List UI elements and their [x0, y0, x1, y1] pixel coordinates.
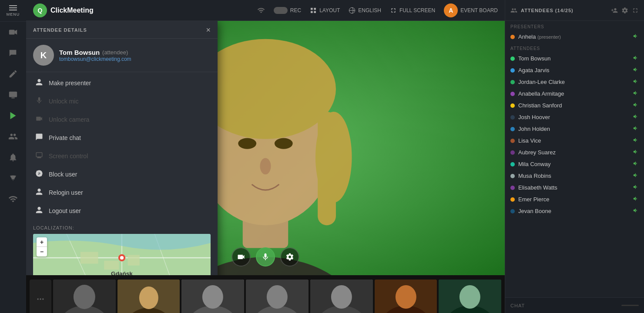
main-content: Q ClickMeeting REC LAYOUT ENGLISH FULL [26, 0, 505, 313]
svg-rect-3 [11, 97, 14, 98]
app-name: ClickMeeting [50, 7, 94, 14]
attendee-row[interactable]: Emer Pierce [505, 193, 644, 205]
user-avatar: A [444, 3, 458, 17]
language-label: ENGLISH [358, 7, 381, 13]
sidebar-icon-users[interactable] [3, 127, 23, 146]
attendee-name: Elisabeth Watts [518, 184, 629, 191]
sidebar-icon-screen[interactable] [3, 85, 23, 104]
attendee-row[interactable]: Elisabeth Watts [505, 182, 644, 193]
attendee-row[interactable]: Jevan Boone [505, 205, 644, 217]
attendee-info: K Tom Bowsun (attendee) tombowsun@clickm… [26, 39, 218, 72]
sidebar-icon-draw[interactable] [3, 64, 23, 83]
presenter-row[interactable]: Anhela (presenter) [505, 31, 644, 43]
sidebar-icon-wifi[interactable] [3, 190, 23, 209]
attendee-speaker-icon [633, 172, 639, 180]
svg-point-21 [275, 138, 293, 149]
sidebar-icon-alert[interactable] [3, 148, 23, 167]
menu-item-logout-user[interactable]: Logout user [26, 202, 218, 220]
rec-label: REC [290, 7, 301, 13]
thumbnail-2[interactable] [117, 280, 180, 313]
attendee-row[interactable]: Christian Sanford [505, 100, 644, 111]
attendee-name: Emer Pierce [518, 196, 629, 203]
attendee-name: Jevan Boone [518, 208, 629, 214]
attendee-row[interactable]: Aubrey Suarez [505, 147, 644, 158]
logo-icon: Q [33, 3, 47, 17]
more-thumbnails-button[interactable] [30, 280, 51, 313]
svg-rect-8 [314, 11, 316, 13]
attendee-speaker-icon [633, 102, 639, 109]
toggle-switch[interactable] [274, 7, 288, 14]
sidebar-icon-video[interactable] [3, 23, 23, 42]
mic-toggle-button[interactable] [256, 247, 275, 266]
map-background: Gdańsk Bazylika Mariacka [33, 234, 211, 275]
attendee-dot [510, 197, 515, 202]
attendee-dot [510, 139, 515, 143]
thumbnail-7[interactable] [439, 280, 501, 313]
event-board-label: EVENT BOARD [460, 7, 498, 13]
block-user-label: Block user [49, 171, 77, 178]
svg-rect-19 [318, 112, 336, 225]
add-attendee-icon[interactable] [611, 7, 618, 14]
attendee-speaker-icon [633, 125, 639, 133]
chat-label: CHAT [510, 303, 621, 308]
attendee-speaker-icon [633, 149, 639, 156]
topbar-controls: REC LAYOUT ENGLISH FULL SCREEN A EVENT B… [257, 3, 498, 17]
settings-icon[interactable] [621, 7, 628, 14]
language-button[interactable]: ENGLISH [349, 7, 381, 14]
layout-button[interactable]: LAYOUT [310, 7, 340, 14]
map-zoom-in-button[interactable]: + [37, 237, 47, 247]
expand-icon[interactable] [632, 7, 639, 14]
panel-close-button[interactable]: × [206, 26, 211, 34]
attendee-row[interactable]: Agata Jarvis [505, 64, 644, 76]
relogin-user-label: Relogin user [49, 189, 83, 196]
thumbnail-6[interactable] [375, 280, 437, 313]
chat-bar: CHAT [505, 297, 644, 313]
sidebar-icon-chat[interactable] [3, 43, 23, 63]
attendee-row[interactable]: Musa Robins [505, 170, 644, 182]
menu-item-relogin-user[interactable]: Relogin user [26, 183, 218, 202]
event-board-button[interactable]: A EVENT BOARD [444, 3, 498, 17]
map-zoom-controls: + − [37, 237, 47, 256]
attendee-row[interactable]: Mila Conway [505, 158, 644, 170]
sidebar-icon-play[interactable] [3, 106, 23, 125]
svg-marker-1 [15, 30, 17, 35]
attendees-container: Tom Bowsun Agata Jarvis Jordan-Lee Clark… [505, 53, 644, 217]
thumbnails-bar [26, 275, 505, 313]
attendee-row[interactable]: Josh Hoover [505, 111, 644, 123]
map-zoom-out-button[interactable]: − [37, 247, 47, 256]
svg-point-38 [40, 298, 41, 300]
thumbnail-3[interactable] [181, 280, 244, 313]
right-panel-header: ATTENDEES (14/25) [505, 0, 644, 21]
rec-toggle[interactable]: REC [274, 7, 301, 14]
attendee-row[interactable]: Anabella Armitage [505, 88, 644, 100]
logout-user-label: Logout user [49, 207, 81, 214]
attendee-row[interactable]: Lisa Vice [505, 135, 644, 147]
menu-item-make-presenter[interactable]: Make presenter [26, 74, 218, 92]
unlock-mic-icon [35, 97, 44, 106]
svg-point-66 [460, 285, 480, 309]
thumbnail-5[interactable] [310, 280, 373, 313]
sidebar-icon-broadcast[interactable] [3, 169, 23, 188]
svg-rect-2 [9, 92, 17, 97]
presenters-label: PRESENTERS [505, 21, 644, 31]
unlock-mic-label: Unlock mic [49, 98, 78, 105]
relogin-user-icon [35, 188, 44, 197]
svg-point-39 [42, 298, 44, 300]
thumbnail-4[interactable] [246, 280, 309, 313]
settings-button[interactable] [280, 247, 299, 266]
fullscreen-button[interactable]: FULL SCREEN [390, 7, 435, 14]
panel-title: ATTENDEE DETAILS [33, 27, 87, 33]
menu-item-private-chat[interactable]: Private chat [26, 129, 218, 147]
attendee-row[interactable]: Tom Bowsun [505, 53, 644, 64]
attendee-row[interactable]: John Holden [505, 123, 644, 135]
camera-toggle-button[interactable] [231, 247, 251, 266]
menu-item-screen-control: Screen control [26, 147, 218, 165]
menu-item-block-user[interactable]: Block user [26, 165, 218, 183]
attendee-row[interactable]: Jordan-Lee Clarke [505, 76, 644, 88]
attendee-speaker-icon [633, 160, 639, 168]
attendee-name: Agata Jarvis [518, 67, 629, 73]
attendee-name: Jordan-Lee Clarke [518, 79, 629, 85]
svg-point-37 [37, 298, 39, 300]
menu-button[interactable]: MENU [0, 0, 26, 22]
thumbnail-1[interactable] [53, 280, 116, 313]
